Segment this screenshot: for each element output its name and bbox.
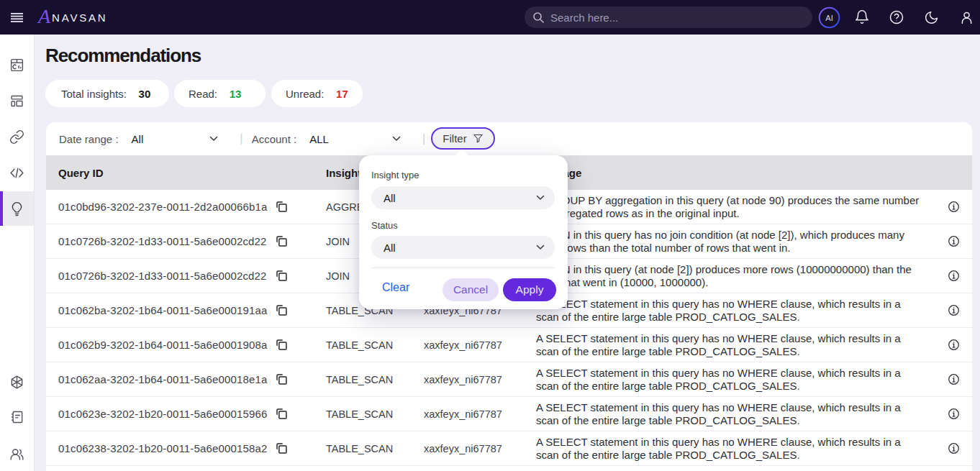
svg-text:AI: AI: [825, 14, 832, 22]
